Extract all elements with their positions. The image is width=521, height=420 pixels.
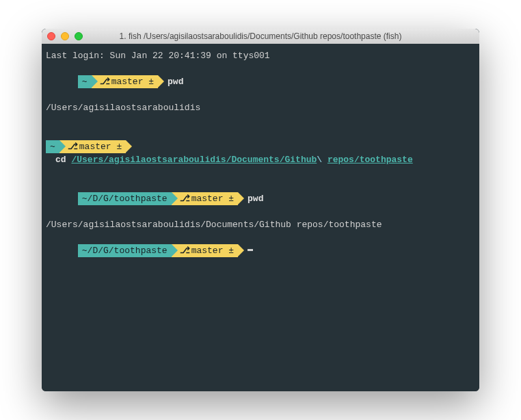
prompt-line-2: ~ ⎇ master ± cd /Users/agisilaostsarabou… <box>46 114 475 179</box>
login-message: Last login: Sun Jan 22 20:41:39 on ttys0… <box>46 49 475 62</box>
prompt-line-3: ~/D/G/toothpaste ⎇ master ± pwd <box>46 179 475 218</box>
prompt-branch-segment: ⎇ master ± <box>172 192 238 205</box>
command-text: pwd <box>168 75 183 88</box>
prompt-branch-segment: ⎇ master ± <box>59 140 126 153</box>
escape-char: \ <box>317 155 328 165</box>
output-line-1: /Users/agisilaostsaraboulidis <box>46 101 475 114</box>
prompt-dir-segment: ~/D/G/toothpaste <box>78 244 172 257</box>
terminal-window: 1. fish /Users/agisilaostsaraboulidis/Do… <box>42 29 479 391</box>
command-text: pwd <box>248 192 263 205</box>
prompt-line-4: ~/D/G/toothpaste ⎇ master ± <box>46 231 475 270</box>
git-branch-icon: ⎇ <box>100 75 110 88</box>
output-line-3: /Users/agisilaostsaraboulidis/Documents/… <box>46 218 475 231</box>
close-icon[interactable] <box>47 32 55 40</box>
prompt-branch-segment: ⎇ master ± <box>92 75 158 88</box>
git-branch-icon: ⎇ <box>68 140 78 153</box>
titlebar: 1. fish /Users/agisilaostsaraboulidis/Do… <box>42 29 479 44</box>
fullscreen-icon[interactable] <box>75 32 83 40</box>
command-text: cd /Users/agisilaostsaraboulidis/Documen… <box>55 153 413 166</box>
path-argument: /Users/agisilaostsaraboulidis/Documents/… <box>71 155 317 165</box>
terminal-body[interactable]: Last login: Sun Jan 22 20:41:39 on ttys0… <box>42 44 479 391</box>
prompt-branch-segment: ⎇ master ± <box>172 244 238 257</box>
git-branch-icon: ⎇ <box>180 192 190 205</box>
traffic-lights <box>47 32 83 40</box>
window-title: 1. fish /Users/agisilaostsaraboulidis/Do… <box>47 31 474 41</box>
path-argument: repos/toothpaste <box>328 155 413 165</box>
prompt-dir-segment: ~/D/G/toothpaste <box>78 192 172 205</box>
prompt-line-1: ~ ⎇ master ± pwd <box>46 62 475 101</box>
prompt-dir-segment: ~ <box>46 140 59 153</box>
minimize-icon[interactable] <box>61 32 69 40</box>
prompt-dir-segment: ~ <box>78 75 92 88</box>
cursor-icon <box>248 249 253 251</box>
git-branch-icon: ⎇ <box>180 244 190 257</box>
